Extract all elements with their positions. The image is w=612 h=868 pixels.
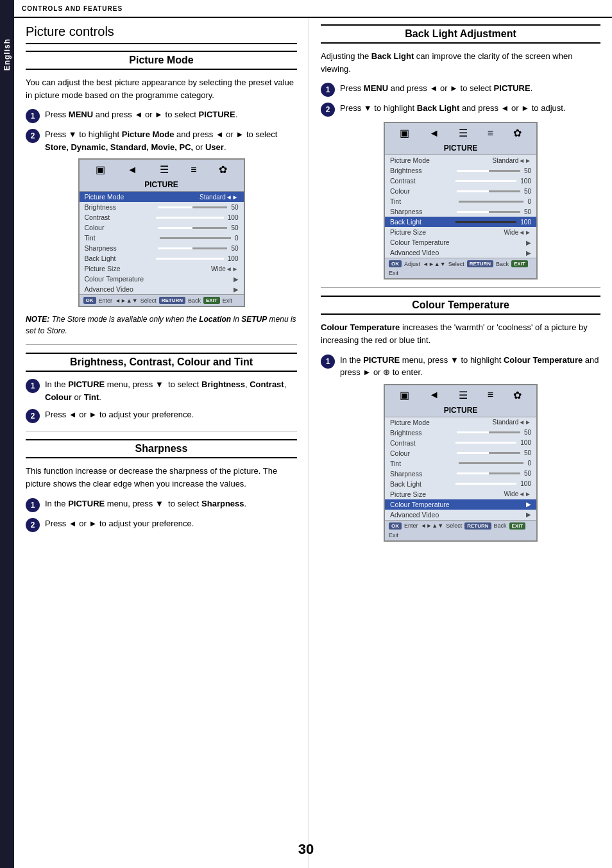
- tv-row-ct-sharpness: Sharpness 50: [385, 469, 536, 479]
- left-column: Picture controls Picture Mode You can ad…: [14, 18, 309, 868]
- tv-row-ct-colour-temp: Colour Temperature ▶: [385, 499, 536, 510]
- tv-menu-title-bl: PICTURE: [385, 142, 536, 155]
- step-num-bl2: 2: [321, 103, 335, 117]
- tv-menu-footer: OK Enter ◄►▲▼ Select RETURN Back EXIT Ex…: [80, 294, 244, 306]
- language-label: English: [3, 38, 12, 71]
- step-text-s1: In the PICTURE menu, press ▼ to select S…: [45, 497, 246, 510]
- section-title-colour-temp: Colour Temperature: [321, 296, 600, 315]
- tv-menu-icons: ▣ ◄ ☰ ≡ ✿: [80, 160, 244, 178]
- icon-star-ct: ✿: [513, 389, 522, 401]
- step-text-s2: Press ◄ or ► to adjust your preference.: [45, 517, 194, 530]
- step-text-b1: In the PICTURE menu, press ▼ to select B…: [45, 378, 297, 403]
- tv-row-ct-backlight: Back Light 100: [385, 479, 536, 489]
- icon-tv-ct: ▣: [400, 389, 409, 401]
- tv-row-ct-picture-size: Picture Size Wide ◄►: [385, 489, 536, 499]
- tv-menu-icons-ct: ▣ ◄ ☰ ≡ ✿: [385, 385, 536, 404]
- icon-menu-bl: ☰: [459, 127, 468, 139]
- tv-row-advanced-video: Advanced Video ▶: [80, 284, 244, 294]
- picture-mode-step1: 1 Press MENU and press ◄ or ► to select …: [26, 108, 297, 123]
- tv-row-bl-backlight: Back Light 100: [385, 217, 536, 227]
- tv-row-colour: Colour 50: [80, 222, 244, 233]
- main-content: Picture controls Picture Mode You can ad…: [14, 18, 612, 868]
- tv-row-ct-contrast: Contrast 100: [385, 438, 536, 448]
- brightness-step1: 1 In the PICTURE menu, press ▼ to select…: [26, 378, 297, 403]
- step-text-ct1: In the PICTURE menu, press ▼ to highligh…: [340, 354, 600, 379]
- colour-temp-intro: Colour Temperature increases the 'warmth…: [321, 321, 600, 347]
- section-title-picture-mode: Picture Mode: [26, 51, 297, 70]
- tv-row-contrast: Contrast 100: [80, 212, 244, 222]
- step-num-1: 1: [26, 109, 40, 123]
- page-header: CONTROLS AND FEATURES: [14, 0, 612, 18]
- section-title-brightness: Brightness, Contrast, Colour and Tint: [26, 353, 297, 372]
- backlight-step2: 2 Press ▼ to highlight Back Light and pr…: [321, 102, 600, 117]
- step-num-s2: 2: [26, 518, 40, 532]
- backlight-step1: 1 Press MENU and press ◄ or ► to select …: [321, 82, 600, 97]
- section-title-backlight: Back Light Adjustment: [321, 24, 600, 44]
- tv-menu-picture-mode: ▣ ◄ ☰ ≡ ✿ PICTURE Picture Mode Standard …: [78, 158, 245, 307]
- tv-row-backlight: Back Light 100: [80, 253, 244, 263]
- tv-menu-title-ct: PICTURE: [385, 404, 536, 417]
- icon-left: ◄: [127, 164, 137, 176]
- tv-row-bl-tint: Tint 0: [385, 196, 536, 206]
- step-num-b2: 2: [26, 409, 40, 423]
- tv-row-bl-brightness: Brightness 50: [385, 165, 536, 176]
- icon-left-ct: ◄: [429, 389, 439, 401]
- icon-lines-ct: ≡: [488, 389, 493, 401]
- tv-row-brightness: Brightness 50: [80, 202, 244, 212]
- sharpness-intro: This function increase or decrease the s…: [26, 465, 297, 490]
- header-title: CONTROLS AND FEATURES: [22, 5, 123, 12]
- icon-menu-ct: ☰: [459, 389, 468, 401]
- picture-mode-step2: 2 Press ▼ to highlight Picture Mode and …: [26, 128, 297, 153]
- icon-menu: ☰: [160, 163, 169, 176]
- section-title-sharpness: Sharpness: [26, 439, 297, 458]
- tv-row-ct-advanced-video: Advanced Video ▶: [385, 510, 536, 520]
- step-text-bl2: Press ▼ to highlight Back Light and pres…: [340, 102, 565, 115]
- tv-row-picture-mode: Picture Mode Standard ◄►: [80, 192, 244, 202]
- picture-mode-intro: You can adjust the best picture appearan…: [26, 76, 297, 102]
- tv-row-colour-temp: Colour Temperature ▶: [80, 274, 244, 284]
- sep-r1: [321, 287, 600, 288]
- sep-1: [26, 344, 297, 345]
- tv-row-ct-colour: Colour 50: [385, 448, 536, 458]
- page-number: 30: [0, 841, 612, 858]
- icon-star: ✿: [219, 163, 227, 176]
- step-num-s1: 1: [26, 498, 40, 512]
- icon-tv-bl: ▣: [400, 127, 409, 139]
- step-text-b2: Press ◄ or ► to adjust your preference.: [45, 408, 194, 421]
- tv-menu-colourtemp: ▣ ◄ ☰ ≡ ✿ PICTURE Picture Mode Standard …: [384, 384, 538, 542]
- page-title: Picture controls: [26, 24, 297, 44]
- note-store: NOTE: The Store mode is available only w…: [26, 313, 297, 337]
- sep-2: [26, 431, 297, 431]
- tv-row-bl-picture-mode: Picture Mode Standard ◄►: [385, 155, 536, 165]
- tv-menu-footer-bl: OK Adjust ◄►▲▼ Select RETURN Back EXIT E…: [385, 258, 536, 278]
- icon-star-bl: ✿: [513, 127, 522, 139]
- colour-temp-step1: 1 In the PICTURE menu, press ▼ to highli…: [321, 354, 600, 379]
- backlight-intro: Adjusting the Back Light can improve the…: [321, 50, 600, 76]
- tv-row-picture-size: Picture Size Wide ◄►: [80, 263, 244, 274]
- brightness-step2: 2 Press ◄ or ► to adjust your preference…: [26, 408, 297, 423]
- icon-lines: ≡: [191, 164, 196, 176]
- tv-row-bl-colour-temp: Colour Temperature ▶: [385, 237, 536, 247]
- language-tab: English: [0, 0, 14, 868]
- tv-row-ct-tint: Tint 0: [385, 458, 536, 469]
- icon-tv: ▣: [96, 163, 105, 176]
- tv-row-tint: Tint 0: [80, 233, 244, 243]
- tv-row-ct-brightness: Brightness 50: [385, 428, 536, 438]
- tv-row-bl-picture-size: Picture Size Wide ◄►: [385, 227, 536, 237]
- sharpness-step1: 1 In the PICTURE menu, press ▼ to select…: [26, 497, 297, 512]
- step-text-2: Press ▼ to highlight Picture Mode and pr…: [45, 128, 297, 153]
- tv-row-bl-sharpness: Sharpness 50: [385, 206, 536, 217]
- step-text-1: Press MENU and press ◄ or ► to select PI…: [45, 108, 237, 121]
- tv-row-bl-contrast: Contrast 100: [385, 176, 536, 186]
- step-text-bl1: Press MENU and press ◄ or ► to select PI…: [340, 82, 532, 95]
- step-num-ct1: 1: [321, 355, 335, 369]
- tv-row-bl-advanced-video: Advanced Video ▶: [385, 247, 536, 258]
- tv-row-sharpness: Sharpness 50: [80, 243, 244, 253]
- right-column: Back Light Adjustment Adjusting the Back…: [309, 18, 612, 868]
- icon-left-bl: ◄: [429, 128, 439, 139]
- tv-menu-footer-ct: OK Enter ◄►▲▼ Select RETURN Back EXIT Ex…: [385, 520, 536, 540]
- tv-menu-icons-bl: ▣ ◄ ☰ ≡ ✿: [385, 123, 536, 142]
- icon-lines-bl: ≡: [488, 128, 493, 139]
- step-num-b1: 1: [26, 379, 40, 393]
- tv-menu-backlight: ▣ ◄ ☰ ≡ ✿ PICTURE Picture Mode Standard …: [384, 122, 538, 280]
